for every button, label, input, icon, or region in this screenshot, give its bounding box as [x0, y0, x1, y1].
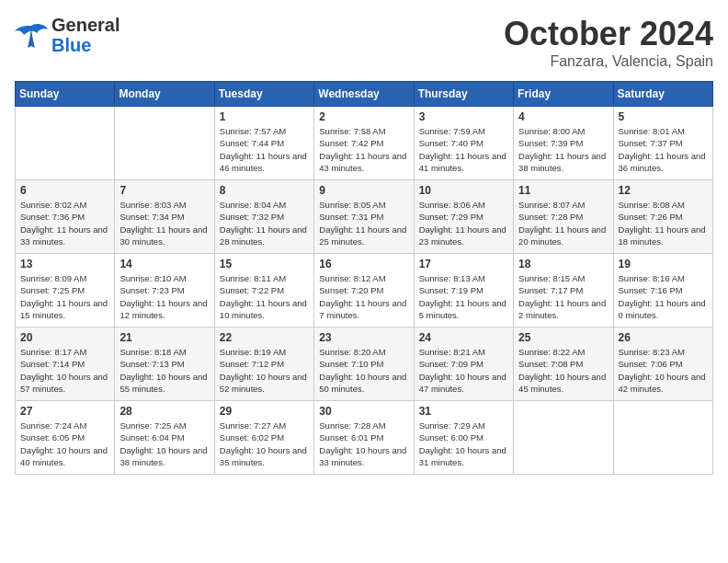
calendar-cell: 19Sunrise: 8:16 AMSunset: 7:16 PMDayligh…	[613, 254, 712, 327]
calendar-cell: 4Sunrise: 8:00 AMSunset: 7:39 PMDaylight…	[514, 107, 613, 180]
calendar-body: 1Sunrise: 7:57 AMSunset: 7:44 PMDaylight…	[16, 107, 713, 475]
day-number: 3	[419, 110, 508, 123]
day-number: 2	[319, 110, 408, 123]
day-info: Sunrise: 8:07 AMSunset: 7:28 PMDaylight:…	[518, 199, 608, 247]
day-number: 1	[220, 110, 309, 123]
calendar-cell: 13Sunrise: 8:09 AMSunset: 7:25 PMDayligh…	[16, 254, 115, 327]
logo-line1: General	[51, 15, 119, 35]
day-info: Sunrise: 8:10 AMSunset: 7:23 PMDaylight:…	[119, 272, 209, 321]
day-info: Sunrise: 8:18 AMSunset: 7:13 PMDaylight:…	[119, 346, 209, 395]
calendar-cell: 6Sunrise: 8:02 AMSunset: 7:36 PMDaylight…	[16, 180, 115, 254]
day-info: Sunrise: 8:01 AMSunset: 7:37 PMDaylight:…	[619, 125, 708, 174]
day-number: 19	[619, 258, 708, 270]
day-number: 17	[419, 258, 508, 270]
calendar-cell: 23Sunrise: 8:20 AMSunset: 7:10 PMDayligh…	[314, 327, 414, 401]
calendar-cell: 1Sunrise: 7:57 AMSunset: 7:44 PMDaylight…	[214, 107, 313, 180]
day-number: 9	[319, 184, 408, 197]
day-info: Sunrise: 8:15 AMSunset: 7:17 PMDaylight:…	[518, 272, 608, 321]
weekday-saturday: Saturday	[613, 82, 712, 107]
logo: General Blue	[15, 15, 119, 55]
day-info: Sunrise: 8:16 AMSunset: 7:16 PMDaylight:…	[619, 272, 708, 321]
day-info: Sunrise: 8:09 AMSunset: 7:25 PMDaylight:…	[20, 272, 109, 321]
calendar-cell: 27Sunrise: 7:24 AMSunset: 6:05 PMDayligh…	[16, 401, 115, 475]
calendar-cell: 10Sunrise: 8:06 AMSunset: 7:29 PMDayligh…	[414, 180, 513, 254]
day-number: 7	[119, 184, 209, 197]
day-number: 23	[319, 331, 408, 344]
calendar-cell: 21Sunrise: 8:18 AMSunset: 7:13 PMDayligh…	[115, 327, 214, 401]
day-info: Sunrise: 7:29 AMSunset: 6:00 PMDaylight:…	[419, 419, 508, 468]
calendar-cell: 15Sunrise: 8:11 AMSunset: 7:22 PMDayligh…	[214, 254, 313, 327]
day-number: 8	[220, 184, 309, 197]
weekday-friday: Friday	[514, 82, 613, 107]
day-info: Sunrise: 8:04 AMSunset: 7:32 PMDaylight:…	[220, 199, 309, 247]
day-info: Sunrise: 7:59 AMSunset: 7:40 PMDaylight:…	[419, 125, 508, 174]
day-info: Sunrise: 7:27 AMSunset: 6:02 PMDaylight:…	[220, 419, 309, 468]
calendar-cell: 7Sunrise: 8:03 AMSunset: 7:34 PMDaylight…	[115, 180, 214, 254]
day-info: Sunrise: 8:03 AMSunset: 7:34 PMDaylight:…	[119, 199, 209, 247]
day-number: 24	[419, 331, 508, 344]
day-number: 18	[518, 258, 608, 270]
calendar-cell: 26Sunrise: 8:23 AMSunset: 7:06 PMDayligh…	[613, 327, 712, 401]
title-block: October 2024 Fanzara, Valencia, Spain	[504, 15, 713, 70]
calendar-table: SundayMondayTuesdayWednesdayThursdayFrid…	[15, 81, 713, 475]
day-number: 22	[220, 331, 309, 344]
day-info: Sunrise: 8:19 AMSunset: 7:12 PMDaylight:…	[220, 346, 309, 395]
location: Fanzara, Valencia, Spain	[504, 53, 713, 70]
weekday-tuesday: Tuesday	[214, 82, 313, 107]
calendar-cell: 8Sunrise: 8:04 AMSunset: 7:32 PMDaylight…	[214, 180, 313, 254]
day-number: 15	[220, 258, 309, 270]
calendar-cell: 17Sunrise: 8:13 AMSunset: 7:19 PMDayligh…	[414, 254, 513, 327]
month-title: October 2024	[504, 15, 713, 53]
day-info: Sunrise: 8:05 AMSunset: 7:31 PMDaylight:…	[319, 199, 408, 247]
day-info: Sunrise: 8:12 AMSunset: 7:20 PMDaylight:…	[319, 272, 408, 321]
weekday-monday: Monday	[115, 82, 214, 107]
day-info: Sunrise: 8:06 AMSunset: 7:29 PMDaylight:…	[419, 199, 508, 247]
day-info: Sunrise: 8:11 AMSunset: 7:22 PMDaylight:…	[220, 272, 309, 321]
day-number: 27	[20, 405, 109, 418]
calendar-week-4: 20Sunrise: 8:17 AMSunset: 7:14 PMDayligh…	[16, 327, 713, 401]
day-number: 12	[619, 184, 708, 197]
calendar-cell	[514, 401, 613, 475]
day-info: Sunrise: 8:17 AMSunset: 7:14 PMDaylight:…	[20, 346, 109, 395]
day-number: 28	[119, 405, 209, 418]
day-number: 25	[518, 331, 608, 344]
weekday-sunday: Sunday	[16, 82, 115, 107]
calendar-cell: 16Sunrise: 8:12 AMSunset: 7:20 PMDayligh…	[314, 254, 414, 327]
day-number: 31	[419, 405, 508, 418]
day-info: Sunrise: 7:28 AMSunset: 6:01 PMDaylight:…	[319, 419, 408, 468]
day-number: 10	[419, 184, 508, 197]
weekday-thursday: Thursday	[414, 82, 513, 107]
calendar-week-3: 13Sunrise: 8:09 AMSunset: 7:25 PMDayligh…	[16, 254, 713, 327]
day-number: 30	[319, 405, 408, 418]
day-number: 5	[619, 110, 708, 123]
calendar-cell: 25Sunrise: 8:22 AMSunset: 7:08 PMDayligh…	[514, 327, 613, 401]
calendar-cell: 11Sunrise: 8:07 AMSunset: 7:28 PMDayligh…	[514, 180, 613, 254]
day-number: 20	[20, 331, 109, 344]
day-number: 16	[319, 258, 408, 270]
day-number: 21	[119, 331, 209, 344]
logo-line2: Blue	[51, 35, 119, 55]
calendar-cell: 5Sunrise: 8:01 AMSunset: 7:37 PMDaylight…	[613, 107, 712, 180]
day-info: Sunrise: 7:57 AMSunset: 7:44 PMDaylight:…	[220, 125, 309, 174]
calendar-cell: 12Sunrise: 8:08 AMSunset: 7:26 PMDayligh…	[613, 180, 712, 254]
calendar-cell: 31Sunrise: 7:29 AMSunset: 6:00 PMDayligh…	[414, 401, 513, 475]
day-info: Sunrise: 7:25 AMSunset: 6:04 PMDaylight:…	[119, 419, 209, 468]
calendar-cell: 9Sunrise: 8:05 AMSunset: 7:31 PMDaylight…	[314, 180, 414, 254]
day-number: 6	[20, 184, 109, 197]
day-info: Sunrise: 8:08 AMSunset: 7:26 PMDaylight:…	[619, 199, 708, 247]
day-info: Sunrise: 8:22 AMSunset: 7:08 PMDaylight:…	[518, 346, 608, 395]
logo-icon	[15, 22, 48, 48]
day-number: 13	[20, 258, 109, 270]
day-info: Sunrise: 8:00 AMSunset: 7:39 PMDaylight:…	[518, 125, 608, 174]
day-number: 14	[119, 258, 209, 270]
calendar-cell	[16, 107, 115, 180]
calendar-cell: 18Sunrise: 8:15 AMSunset: 7:17 PMDayligh…	[514, 254, 613, 327]
calendar-cell: 28Sunrise: 7:25 AMSunset: 6:04 PMDayligh…	[115, 401, 214, 475]
calendar-week-2: 6Sunrise: 8:02 AMSunset: 7:36 PMDaylight…	[16, 180, 713, 254]
calendar-cell	[613, 401, 712, 475]
day-info: Sunrise: 7:58 AMSunset: 7:42 PMDaylight:…	[319, 125, 408, 174]
day-number: 4	[518, 110, 608, 123]
calendar-cell: 22Sunrise: 8:19 AMSunset: 7:12 PMDayligh…	[214, 327, 313, 401]
day-info: Sunrise: 8:13 AMSunset: 7:19 PMDaylight:…	[419, 272, 508, 321]
calendar-cell: 24Sunrise: 8:21 AMSunset: 7:09 PMDayligh…	[414, 327, 513, 401]
